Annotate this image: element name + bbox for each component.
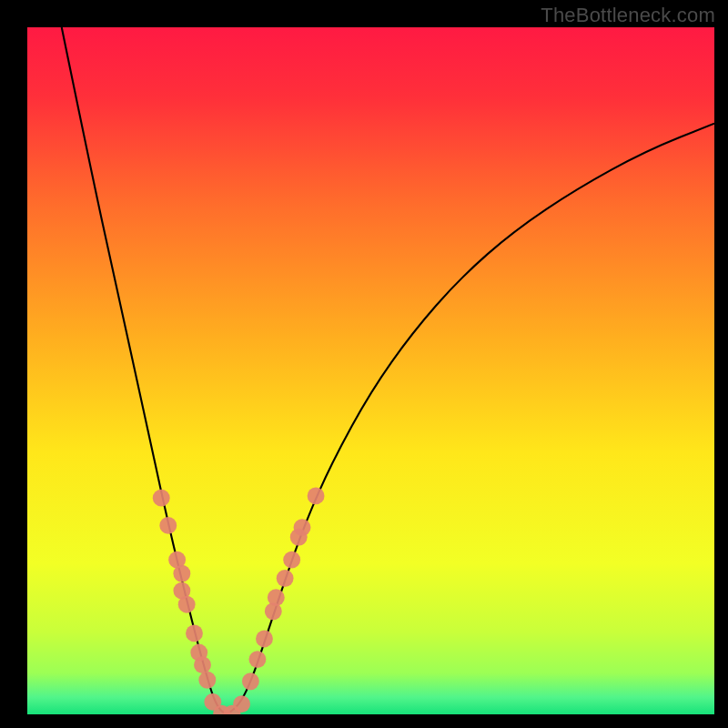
watermark-text: TheBottleneck.com (541, 4, 715, 27)
bottleneck-curve (62, 27, 714, 713)
sample-dot (283, 551, 300, 569)
sample-dot (159, 517, 177, 534)
sample-dot (186, 624, 203, 642)
sample-dot (153, 490, 170, 507)
curve-layer (27, 27, 714, 714)
sample-dot (308, 487, 325, 504)
plot-area (27, 27, 714, 714)
sample-dots (153, 487, 325, 714)
sample-dot (198, 672, 216, 689)
sample-dot (248, 651, 266, 668)
sample-dot (256, 631, 273, 648)
sample-dot (277, 570, 294, 587)
chart-frame: TheBottleneck.com (0, 0, 728, 728)
sample-dot (268, 589, 285, 606)
sample-dot (194, 656, 211, 673)
sample-dot (294, 519, 311, 536)
sample-dot (173, 565, 190, 582)
sample-dot (178, 596, 196, 613)
sample-dot (242, 672, 259, 690)
sample-dot (233, 695, 250, 713)
